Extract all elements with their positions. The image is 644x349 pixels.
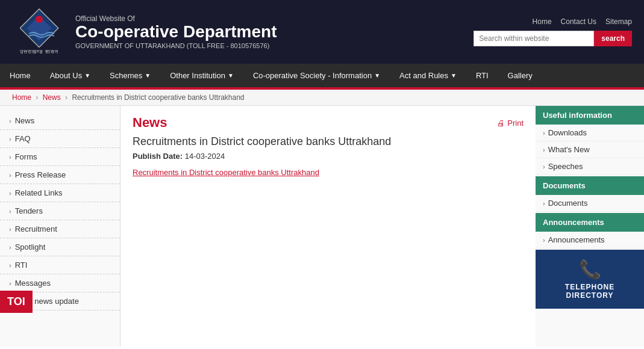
news-arrow-icon: › — [9, 117, 11, 125]
header-right: Home Contact Us Sitemap search — [474, 17, 632, 46]
content-title: News — [133, 115, 167, 131]
whatsnew-arrow-icon: › — [543, 146, 545, 153]
sitemap-link[interactable]: Sitemap — [605, 17, 632, 26]
breadcrumb-current: Recruitments in District cooperative ban… — [72, 93, 244, 102]
about-arrow: ▼ — [84, 72, 90, 79]
nav-other-institution[interactable]: Other Institution ▼ — [160, 64, 243, 87]
schemes-arrow: ▼ — [145, 72, 151, 79]
rl-arrow-icon: › — [9, 190, 11, 197]
sidebar-rti-label: RTI — [15, 261, 28, 270]
oi-arrow: ▼ — [228, 72, 234, 79]
spotlight-arrow-icon: › — [9, 244, 11, 251]
downloads-label: Downloads — [548, 128, 587, 137]
documents-section: Documents › Documents — [536, 176, 644, 212]
sidebar-related-links[interactable]: › Related Links — [0, 184, 120, 202]
logo-wrapper: उत्तराखण्ड शासन — [12, 5, 66, 59]
nav-rti[interactable]: RTI — [466, 64, 498, 87]
faq-arrow-icon: › — [9, 135, 11, 143]
header-nav-links: Home Contact Us Sitemap — [533, 17, 632, 26]
nav-cooperative[interactable]: Co-operative Society - Information ▼ — [243, 64, 390, 87]
home-link[interactable]: Home — [533, 17, 552, 26]
rs-downloads[interactable]: › Downloads — [536, 125, 644, 141]
publish-date: 14-03-2024 — [185, 152, 225, 161]
sidebar-spotlight[interactable]: › Spotlight — [0, 238, 120, 256]
whatsnew-label: What's New — [548, 145, 590, 154]
nav-gallery[interactable]: Gallery — [498, 64, 542, 87]
announcements-section: Announcements › Announcements — [536, 213, 644, 249]
header-title: Official Website Of Co-operative Departm… — [75, 14, 277, 50]
site-header: उत्तराखण्ड शासन Official Website Of Co-o… — [0, 0, 644, 64]
phone-directory-banner[interactable]: 📞 TELEPHONE DIRECTORY — [536, 250, 644, 309]
tenders-arrow-icon: › — [9, 208, 11, 215]
sep2: › — [65, 93, 67, 102]
sidebar-forms-label: Forms — [15, 152, 37, 161]
ar-arrow: ▼ — [451, 72, 457, 79]
logo-image — [20, 8, 59, 48]
print-icon: 🖨 — [497, 119, 505, 128]
main-layout: › News › FAQ › Forms › Press Release › R… — [0, 106, 644, 347]
print-link[interactable]: 🖨 Print — [497, 119, 524, 128]
sidebar-press-release-label: Press Release — [15, 170, 66, 179]
gov-text: GOVERNMENT OF UTTARAKHAND (TOLL FREE - 8… — [75, 42, 277, 49]
sidebar-recruitment[interactable]: › Recruitment — [0, 220, 120, 238]
sidebar-forms[interactable]: › Forms — [0, 148, 120, 166]
nav-about[interactable]: About Us ▼ — [40, 64, 100, 87]
main-content: News 🖨 Print Recruitments in District co… — [120, 106, 536, 347]
sidebar-faq-label: FAQ — [15, 134, 31, 143]
right-sidebar: Useful information › Downloads › What's … — [536, 106, 644, 347]
print-label: Print — [507, 119, 524, 128]
search-button[interactable]: search — [594, 31, 632, 46]
announcements-label: Announcements — [548, 235, 605, 244]
search-bar: search — [474, 31, 632, 46]
toi-badge[interactable]: TOI — [0, 291, 33, 313]
sep1: › — [36, 93, 38, 102]
search-input[interactable] — [474, 31, 594, 46]
useful-info-section: Useful information › Downloads › What's … — [536, 106, 644, 175]
rs-whats-new[interactable]: › What's New — [536, 141, 644, 158]
news-article-link[interactable]: Recruitments in District cooperative ban… — [133, 168, 319, 177]
news-date: Publish Date: 14-03-2024 — [133, 152, 524, 161]
rs-documents[interactable]: › Documents — [536, 195, 644, 212]
svg-point-3 — [36, 16, 43, 23]
announcements-arrow-icon: › — [543, 236, 545, 244]
official-text: Official Website Of — [75, 14, 277, 23]
news-article-title: Recruitments in District cooperative ban… — [133, 135, 524, 148]
rs-speeches[interactable]: › Speeches — [536, 158, 644, 175]
pr-arrow-icon: › — [9, 171, 11, 179]
documents-arrow-icon: › — [543, 200, 545, 207]
logo-text: उत्तराखण्ड शासन — [20, 49, 59, 55]
nav-schemes[interactable]: Schemes ▼ — [100, 64, 160, 87]
dept-name: Co-operative Department — [75, 23, 277, 42]
useful-info-header: Useful information — [536, 106, 644, 125]
header-left: उत्तराखण्ड शासन Official Website Of Co-o… — [12, 5, 277, 59]
sidebar-recruitment-label: Recruitment — [15, 224, 57, 233]
main-nav: Home About Us ▼ Schemes ▼ Other Institut… — [0, 64, 644, 87]
nav-home[interactable]: Home — [0, 64, 40, 87]
forms-arrow-icon: › — [9, 153, 11, 161]
sidebar-news-label: News — [15, 116, 35, 125]
speeches-label: Speeches — [548, 162, 583, 171]
sidebar-rti[interactable]: › RTI — [0, 256, 120, 274]
phone-dir-text: TELEPHONE DIRECTORY — [542, 283, 638, 300]
sidebar-messages[interactable]: › Messages — [0, 274, 120, 292]
downloads-arrow-icon: › — [543, 129, 545, 137]
breadcrumb-news[interactable]: News — [43, 93, 61, 102]
breadcrumb-home[interactable]: Home — [12, 93, 31, 102]
sidebar-messages-label: Messages — [15, 279, 51, 288]
announcements-header: Announcements — [536, 213, 644, 232]
sidebar-faq[interactable]: › FAQ — [0, 130, 120, 148]
csi-arrow: ▼ — [374, 72, 380, 79]
rti-arrow-icon: › — [9, 262, 11, 269]
sidebar-press-release[interactable]: › Press Release — [0, 166, 120, 184]
rs-announcements[interactable]: › Announcements — [536, 232, 644, 249]
recruitment-arrow-icon: › — [9, 226, 11, 233]
messages-arrow-icon: › — [9, 280, 11, 287]
speeches-arrow-icon: › — [543, 163, 545, 170]
sidebar-tenders[interactable]: › Tenders — [0, 202, 120, 220]
documents-header: Documents — [536, 176, 644, 195]
content-header: News 🖨 Print — [133, 115, 524, 131]
sidebar-news[interactable]: › News — [0, 112, 120, 130]
breadcrumb: Home › News › Recruitments in District c… — [0, 90, 644, 106]
contact-link[interactable]: Contact Us — [561, 17, 596, 26]
nav-act-rules[interactable]: Act and Rules ▼ — [390, 64, 466, 87]
